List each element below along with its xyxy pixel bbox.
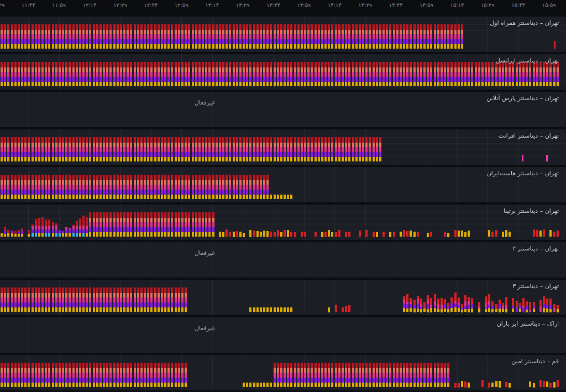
- time-axis: ۱۱:۲۹۱۱:۴۴۱۱:۵۹۱۲:۱۴۱۲:۲۹۱۲:۴۴۱۲:۵۹۱۳:۱۴…: [0, 0, 566, 17]
- status-bars-canvas[interactable]: [0, 54, 566, 90]
- time-tick-label: ۱۳:۵۹: [297, 2, 311, 8]
- status-bars-canvas[interactable]: [0, 205, 566, 240]
- panel-title: تهران – دیتاسنتر افرانت: [499, 132, 559, 139]
- time-tick-label: ۱۱:۴۴: [22, 2, 35, 8]
- panel-title: تهران – دیتاسنتر برتینا: [504, 207, 559, 215]
- time-tick-label: ۱۱:۲۹: [0, 2, 4, 8]
- panel-datacenter-bertina: تهران – دیتاسنتر برتینا: [0, 205, 566, 240]
- panel-title: تهران – دیتاسنتر ۲: [512, 245, 559, 252]
- panel-datacenter-hostiran: تهران – دیتاسنتر هاست‌ایران: [0, 167, 566, 202]
- panel-title: اراک – دیتاسنتر ابر باران: [497, 320, 559, 327]
- time-tick-label: ۱۴:۲۹: [358, 2, 372, 8]
- inactive-label: غیرفعال: [195, 99, 215, 106]
- time-tick-label: ۱۲:۲۹: [113, 2, 127, 8]
- time-tick-label: ۱۲:۴۴: [144, 2, 158, 8]
- status-bars-canvas[interactable]: [0, 167, 566, 202]
- time-tick-label: ۱۴:۵۹: [420, 2, 433, 8]
- panel-datacenter-3: تهران – دیتاسنتر ۳: [0, 280, 566, 315]
- status-bars-canvas[interactable]: [0, 92, 566, 127]
- panel-title: قم – دیتاسنتر امین: [511, 358, 559, 365]
- panel-datacenter-amin: قم – دیتاسنتر امین: [0, 355, 566, 390]
- panel-list: تهران – دیتاسنتر همراه اول تهران – دیتاس…: [0, 17, 566, 392]
- time-tick-label: ۱۴:۱۴: [328, 2, 342, 8]
- panel-datacenter-irancell: تهران – دیتاسنتر ایرانسل: [0, 54, 566, 90]
- panel-title: تهران – دیتاسنتر هاست‌ایران: [487, 170, 559, 177]
- time-tick-label: ۱۲:۱۴: [83, 2, 97, 8]
- status-bars-canvas[interactable]: [0, 129, 566, 165]
- time-tick-label: ۱۴:۴۴: [389, 2, 403, 8]
- time-tick-label: ۱۳:۲۹: [236, 2, 250, 8]
- panel-title: تهران – دیتاسنتر ۳: [512, 283, 559, 290]
- status-bars-canvas[interactable]: [0, 280, 566, 315]
- time-tick-label: ۱۵:۴۴: [511, 2, 525, 8]
- panel-datacenter-hamrah-aval: تهران – دیتاسنتر همراه اول: [0, 17, 566, 52]
- status-bars-canvas[interactable]: [0, 17, 566, 52]
- time-tick-label: ۱۲:۵۹: [175, 2, 188, 8]
- time-tick-label: ۱۵:۱۴: [450, 2, 464, 8]
- panel-datacenter-parsonline: تهران – دیتاسنتر پارس آنلاین غیرفعال: [0, 92, 566, 127]
- panel-title: تهران – دیتاسنتر پارس آنلاین: [486, 95, 559, 102]
- panel-title: تهران – دیتاسنتر همراه اول: [490, 19, 559, 27]
- time-tick-label: ۱۵:۲۹: [481, 2, 495, 8]
- monitoring-dashboard: { "page": { "background": "#0c0d11", "pa…: [0, 0, 566, 392]
- inactive-label: غیرفعال: [195, 249, 215, 257]
- panel-datacenter-2: تهران – دیتاسنتر ۲ غیرفعال: [0, 242, 566, 278]
- time-tick-label: ۱۱:۵۹: [52, 2, 66, 8]
- time-tick-label: ۱۵:۵۹: [542, 2, 556, 8]
- status-bars-canvas[interactable]: [0, 355, 566, 390]
- panel-datacenter-afranet: تهران – دیتاسنتر افرانت: [0, 129, 566, 165]
- panel-title: تهران – دیتاسنتر ایرانسل: [496, 57, 559, 64]
- panel-datacenter-abrbaran: اراک – دیتاسنتر ابر باران غیرفعال: [0, 317, 566, 353]
- time-tick-label: ۱۳:۴۴: [266, 2, 280, 8]
- status-bars-canvas[interactable]: [0, 242, 566, 278]
- inactive-label: غیرفعال: [195, 325, 215, 332]
- status-bars-canvas[interactable]: [0, 317, 566, 353]
- time-tick-label: ۱۳:۱۴: [205, 2, 219, 8]
